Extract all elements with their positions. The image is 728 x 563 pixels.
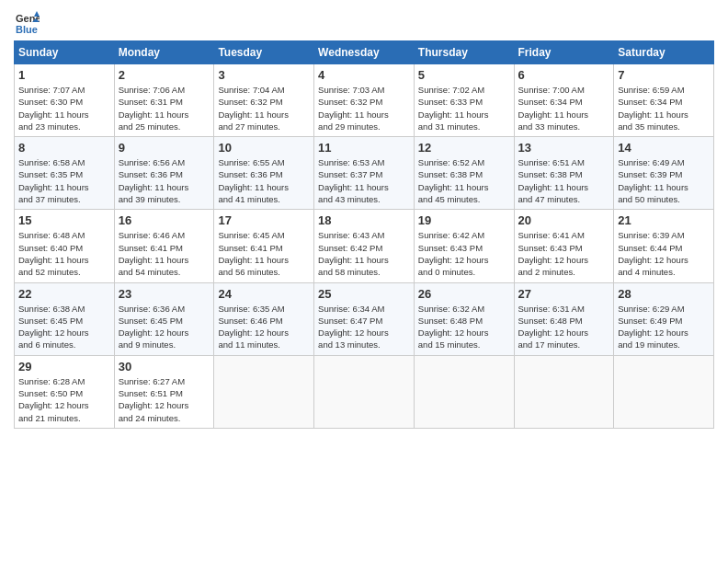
day-info: Sunrise: 6:42 AM Sunset: 6:43 PM Dayligh… — [418, 229, 510, 278]
day-number: 16 — [119, 213, 210, 227]
calendar-cell — [314, 355, 415, 428]
day-number: 3 — [218, 68, 310, 82]
calendar-cell — [614, 355, 714, 428]
day-info: Sunrise: 6:46 AM Sunset: 6:41 PM Dayligh… — [119, 229, 210, 278]
column-header-saturday: Saturday — [614, 41, 714, 64]
day-info: Sunrise: 7:00 AM Sunset: 6:34 PM Dayligh… — [518, 84, 610, 132]
calendar-cell: 18Sunrise: 6:43 AM Sunset: 6:42 PM Dayli… — [314, 210, 415, 282]
day-info: Sunrise: 7:04 AM Sunset: 6:32 PM Dayligh… — [218, 84, 310, 132]
calendar-cell: 6Sunrise: 7:00 AM Sunset: 6:34 PM Daylig… — [514, 64, 614, 137]
calendar-cell: 30Sunrise: 6:27 AM Sunset: 6:51 PM Dayli… — [114, 355, 214, 428]
calendar-cell: 13Sunrise: 6:51 AM Sunset: 6:38 PM Dayli… — [514, 137, 614, 210]
calendar-cell: 21Sunrise: 6:39 AM Sunset: 6:44 PM Dayli… — [614, 210, 714, 282]
day-number: 6 — [518, 68, 610, 82]
day-info: Sunrise: 6:31 AM Sunset: 6:48 PM Dayligh… — [518, 303, 610, 351]
day-info: Sunrise: 6:38 AM Sunset: 6:45 PM Dayligh… — [18, 303, 110, 351]
week-row-5: 29Sunrise: 6:28 AM Sunset: 6:50 PM Dayli… — [15, 355, 714, 428]
day-info: Sunrise: 7:06 AM Sunset: 6:31 PM Dayligh… — [119, 84, 210, 132]
day-info: Sunrise: 6:48 AM Sunset: 6:40 PM Dayligh… — [18, 229, 110, 278]
day-number: 12 — [418, 141, 510, 155]
calendar-cell: 4Sunrise: 7:03 AM Sunset: 6:32 PM Daylig… — [314, 64, 415, 137]
calendar-cell: 2Sunrise: 7:06 AM Sunset: 6:31 PM Daylig… — [114, 64, 214, 137]
day-number: 29 — [18, 360, 110, 373]
calendar-cell: 7Sunrise: 6:59 AM Sunset: 6:34 PM Daylig… — [614, 64, 714, 137]
svg-text:Blue: Blue — [16, 24, 38, 35]
day-number: 24 — [218, 287, 310, 301]
calendar-cell: 15Sunrise: 6:48 AM Sunset: 6:40 PM Dayli… — [15, 210, 115, 282]
day-number: 10 — [218, 141, 310, 155]
day-info: Sunrise: 6:43 AM Sunset: 6:42 PM Dayligh… — [318, 229, 410, 278]
calendar-cell — [414, 355, 514, 428]
day-number: 23 — [119, 287, 210, 301]
day-info: Sunrise: 6:28 AM Sunset: 6:50 PM Dayligh… — [18, 375, 110, 424]
day-number: 15 — [18, 213, 110, 227]
calendar-container: General Blue SundayMondayTuesdayWednesda… — [0, 0, 728, 438]
calendar-cell: 23Sunrise: 6:36 AM Sunset: 6:45 PM Dayli… — [114, 282, 214, 355]
calendar-cell: 22Sunrise: 6:38 AM Sunset: 6:45 PM Dayli… — [15, 282, 115, 355]
day-info: Sunrise: 6:49 AM Sunset: 6:39 PM Dayligh… — [618, 156, 710, 205]
logo: General Blue — [14, 9, 43, 35]
week-row-2: 8Sunrise: 6:58 AM Sunset: 6:35 PM Daylig… — [15, 137, 714, 210]
day-number: 19 — [418, 213, 510, 227]
week-row-1: 1Sunrise: 7:07 AM Sunset: 6:30 PM Daylig… — [15, 64, 714, 137]
column-header-wednesday: Wednesday — [314, 41, 415, 64]
day-info: Sunrise: 6:55 AM Sunset: 6:36 PM Dayligh… — [218, 156, 310, 205]
calendar-cell: 26Sunrise: 6:32 AM Sunset: 6:48 PM Dayli… — [414, 282, 514, 355]
day-number: 13 — [518, 141, 610, 155]
day-number: 5 — [418, 68, 510, 82]
header-row: SundayMondayTuesdayWednesdayThursdayFrid… — [15, 41, 714, 64]
day-info: Sunrise: 6:36 AM Sunset: 6:45 PM Dayligh… — [119, 303, 210, 351]
day-info: Sunrise: 6:56 AM Sunset: 6:36 PM Dayligh… — [119, 156, 210, 205]
day-number: 28 — [618, 287, 710, 301]
calendar-cell: 16Sunrise: 6:46 AM Sunset: 6:41 PM Dayli… — [114, 210, 214, 282]
day-info: Sunrise: 6:53 AM Sunset: 6:37 PM Dayligh… — [318, 156, 410, 205]
day-number: 21 — [618, 213, 710, 227]
calendar-cell — [214, 355, 314, 428]
day-number: 4 — [318, 68, 410, 82]
day-number: 25 — [318, 287, 410, 301]
day-info: Sunrise: 6:59 AM Sunset: 6:34 PM Dayligh… — [618, 84, 710, 132]
day-info: Sunrise: 7:02 AM Sunset: 6:33 PM Dayligh… — [418, 84, 510, 132]
day-number: 17 — [218, 213, 310, 227]
column-header-tuesday: Tuesday — [214, 41, 314, 64]
column-header-monday: Monday — [114, 41, 214, 64]
column-header-thursday: Thursday — [414, 41, 514, 64]
day-info: Sunrise: 6:58 AM Sunset: 6:35 PM Dayligh… — [18, 156, 110, 205]
calendar-table: SundayMondayTuesdayWednesdayThursdayFrid… — [14, 40, 714, 429]
day-number: 26 — [418, 287, 510, 301]
day-info: Sunrise: 6:34 AM Sunset: 6:47 PM Dayligh… — [318, 303, 410, 351]
day-info: Sunrise: 7:07 AM Sunset: 6:30 PM Dayligh… — [18, 84, 110, 132]
day-info: Sunrise: 6:27 AM Sunset: 6:51 PM Dayligh… — [119, 375, 210, 424]
day-number: 11 — [318, 141, 410, 155]
calendar-cell: 20Sunrise: 6:41 AM Sunset: 6:43 PM Dayli… — [514, 210, 614, 282]
calendar-cell: 5Sunrise: 7:02 AM Sunset: 6:33 PM Daylig… — [414, 64, 514, 137]
calendar-cell: 25Sunrise: 6:34 AM Sunset: 6:47 PM Dayli… — [314, 282, 415, 355]
day-info: Sunrise: 6:52 AM Sunset: 6:38 PM Dayligh… — [418, 156, 510, 205]
logo-icon: General Blue — [14, 9, 40, 35]
day-info: Sunrise: 6:32 AM Sunset: 6:48 PM Dayligh… — [418, 303, 510, 351]
day-info: Sunrise: 6:39 AM Sunset: 6:44 PM Dayligh… — [618, 229, 710, 278]
calendar-cell: 27Sunrise: 6:31 AM Sunset: 6:48 PM Dayli… — [514, 282, 614, 355]
day-number: 8 — [18, 141, 110, 155]
week-row-4: 22Sunrise: 6:38 AM Sunset: 6:45 PM Dayli… — [15, 282, 714, 355]
day-number: 7 — [618, 68, 710, 82]
day-info: Sunrise: 6:41 AM Sunset: 6:43 PM Dayligh… — [518, 229, 610, 278]
calendar-cell: 1Sunrise: 7:07 AM Sunset: 6:30 PM Daylig… — [15, 64, 115, 137]
calendar-cell: 19Sunrise: 6:42 AM Sunset: 6:43 PM Dayli… — [414, 210, 514, 282]
day-number: 30 — [119, 360, 210, 373]
day-info: Sunrise: 6:29 AM Sunset: 6:49 PM Dayligh… — [618, 303, 710, 351]
calendar-cell: 24Sunrise: 6:35 AM Sunset: 6:46 PM Dayli… — [214, 282, 314, 355]
day-number: 22 — [18, 287, 110, 301]
calendar-cell: 10Sunrise: 6:55 AM Sunset: 6:36 PM Dayli… — [214, 137, 314, 210]
calendar-cell: 8Sunrise: 6:58 AM Sunset: 6:35 PM Daylig… — [15, 137, 115, 210]
day-number: 27 — [518, 287, 610, 301]
calendar-cell: 3Sunrise: 7:04 AM Sunset: 6:32 PM Daylig… — [214, 64, 314, 137]
day-info: Sunrise: 6:35 AM Sunset: 6:46 PM Dayligh… — [218, 303, 310, 351]
day-number: 2 — [119, 68, 210, 82]
header: General Blue — [14, 9, 714, 35]
day-number: 1 — [18, 68, 110, 82]
week-row-3: 15Sunrise: 6:48 AM Sunset: 6:40 PM Dayli… — [15, 210, 714, 282]
calendar-cell: 12Sunrise: 6:52 AM Sunset: 6:38 PM Dayli… — [414, 137, 514, 210]
calendar-cell: 28Sunrise: 6:29 AM Sunset: 6:49 PM Dayli… — [614, 282, 714, 355]
day-number: 14 — [618, 141, 710, 155]
